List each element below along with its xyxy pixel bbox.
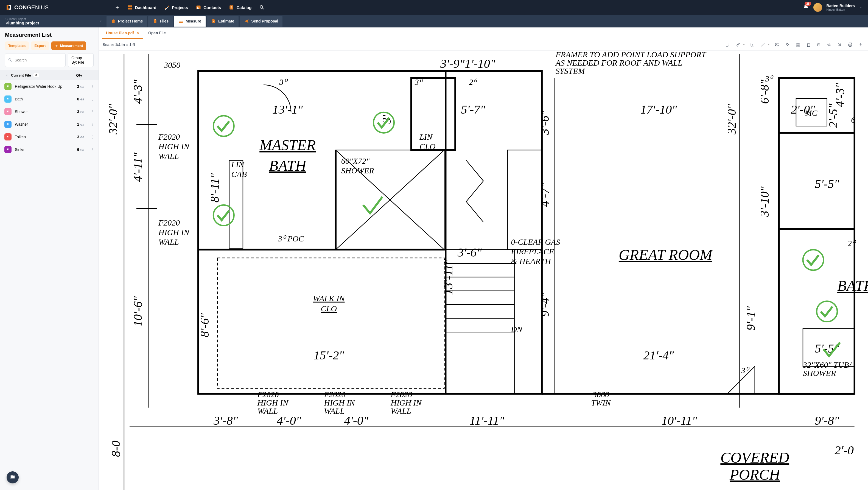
account-block[interactable]: Batten Builders Kinsey Batten — [827, 4, 855, 11]
svg-text:4'-3": 4'-3" — [833, 83, 847, 107]
svg-text:WALL: WALL — [158, 152, 179, 161]
download-icon[interactable] — [857, 41, 864, 48]
text-tool-icon[interactable]: T — [749, 41, 756, 48]
svg-text:WALL: WALL — [257, 406, 278, 415]
measurement-row[interactable]: Sinks6ea⋮ — [0, 143, 98, 156]
account-chevron-down-icon[interactable] — [859, 6, 863, 9]
nav-search[interactable] — [259, 5, 265, 10]
svg-text:BATH2: BATH2 — [837, 277, 868, 294]
row-menu-icon[interactable]: ⋮ — [89, 97, 95, 101]
svg-text:4'-3": 4'-3" — [131, 79, 145, 104]
zoom-out-icon[interactable] — [826, 41, 833, 48]
note-tool-icon[interactable] — [724, 41, 731, 48]
nav-projects[interactable]: Projects — [164, 5, 188, 10]
svg-point-11 — [9, 59, 11, 61]
svg-text:13'-1": 13'-1" — [272, 103, 303, 116]
nav-catalog[interactable]: $ Catalog — [229, 5, 251, 10]
svg-text:4'-0": 4'-0" — [277, 414, 302, 427]
svg-text:3050: 3050 — [164, 60, 180, 69]
tab-files-label: Files — [160, 19, 168, 23]
chevron-down-icon[interactable] — [742, 43, 746, 46]
tab-measure[interactable]: Measure — [174, 15, 206, 27]
notifications[interactable]: 28 — [803, 4, 809, 11]
copy-tool-icon[interactable] — [805, 41, 812, 48]
file-tab-open[interactable]: Open File ＋ — [145, 27, 176, 39]
measurement-row[interactable]: Shower3ea⋮ — [0, 105, 98, 118]
svg-text:4'-7": 4'-7" — [538, 182, 552, 207]
image-tool-icon[interactable] — [774, 41, 781, 48]
nav-contacts-label: Contacts — [204, 5, 221, 10]
svg-text:LIN: LIN — [419, 132, 433, 141]
highlight-tool-icon[interactable] — [735, 41, 742, 48]
svg-rect-20 — [807, 44, 810, 46]
svg-rect-1 — [130, 5, 132, 7]
search-input[interactable] — [14, 58, 63, 62]
brand-bold: CON — [14, 4, 27, 11]
tab-send-label: Send Proposal — [251, 19, 278, 23]
notification-count: 28 — [805, 2, 811, 6]
svg-text:PORCH: PORCH — [730, 466, 781, 483]
row-menu-icon[interactable]: ⋮ — [89, 109, 95, 114]
cursor-tool-icon[interactable] — [784, 41, 791, 48]
svg-text:3'-9": 3'-9" — [440, 57, 465, 70]
tab-estimate[interactable]: $ Estimate — [207, 15, 239, 27]
svg-text:CLO: CLO — [420, 142, 435, 151]
svg-text:HIGH IN: HIGH IN — [158, 228, 190, 237]
svg-text:COVERED: COVERED — [720, 449, 789, 466]
svg-rect-3 — [130, 8, 132, 10]
row-menu-icon[interactable]: ⋮ — [89, 122, 95, 127]
hand-tool-icon[interactable] — [815, 41, 823, 48]
tab-files[interactable]: Files — [148, 15, 173, 27]
svg-text:SHOWER: SHOWER — [341, 166, 374, 175]
tab-project-home[interactable]: Project Home — [106, 15, 147, 27]
chevron-down-icon[interactable] — [767, 43, 770, 46]
grid-tool-icon[interactable] — [795, 41, 802, 48]
measurement-row[interactable]: Washer1ea⋮ — [0, 118, 98, 131]
zoom-in-icon[interactable] — [836, 41, 843, 48]
nav-dashboard[interactable]: Dashboard — [127, 5, 156, 10]
flag-icon — [4, 146, 11, 153]
svg-text:HIGH IN: HIGH IN — [324, 398, 355, 407]
topnav: Dashboard Projects Contacts $ Catalog — [115, 5, 265, 10]
measurement-row[interactable]: Bath0ea⋮ — [0, 93, 98, 105]
groupby-selector[interactable]: Group By: File — [68, 53, 94, 67]
add-measurement-button[interactable]: Measurement — [51, 41, 87, 50]
file-tab-name: House Plan.pdf — [106, 31, 134, 35]
chat-icon — [10, 475, 16, 480]
scale-label[interactable]: Scale: 1/4 in = 1 ft — [103, 42, 135, 47]
measurement-qty: 2 — [77, 84, 79, 89]
nav-contacts[interactable]: Contacts — [196, 5, 221, 10]
send-icon — [244, 19, 249, 24]
measurement-row[interactable]: Toilets3ea⋮ — [0, 131, 98, 143]
file-tab-close-icon[interactable]: ✕ — [136, 31, 140, 35]
tab-send-proposal[interactable]: Send Proposal — [240, 15, 282, 27]
svg-text:3⁰: 3⁰ — [414, 77, 423, 87]
line-tool-icon[interactable] — [759, 41, 767, 48]
row-menu-icon[interactable]: ⋮ — [89, 135, 95, 139]
svg-text:HIGH IN: HIGH IN — [257, 398, 289, 407]
svg-text:0-CLEAR GAS: 0-CLEAR GAS — [511, 237, 560, 247]
catalog-icon: $ — [229, 5, 234, 10]
measurement-row[interactable]: Refrigerator Water Hook Up2ea⋮ — [0, 80, 98, 93]
search-box[interactable] — [5, 53, 66, 67]
export-button[interactable]: Export — [31, 41, 49, 50]
row-menu-icon[interactable]: ⋮ — [89, 84, 95, 89]
list-header[interactable]: Current File 6 Qty — [0, 70, 98, 80]
drawing-canvas[interactable]: 32'-0" 4'-3" 4'-11" 10'-6" 3050 F2020 HI… — [99, 51, 868, 490]
row-menu-icon[interactable]: ⋮ — [89, 147, 95, 152]
canvas-toolbar: Scale: 1/4 in = 1 ft T — [99, 39, 868, 51]
print-icon[interactable] — [846, 41, 854, 48]
nav-add[interactable] — [115, 5, 120, 10]
topbar: CONGENIUS Dashboard Projects Contacts $ … — [0, 0, 868, 15]
chat-fab[interactable] — [7, 471, 19, 483]
svg-text:17'-10": 17'-10" — [640, 103, 677, 116]
project-selector[interactable]: Current Project Plumbing project — [4, 16, 105, 26]
templates-button[interactable]: Templates — [5, 41, 29, 50]
svg-text:6: 6 — [851, 115, 855, 124]
tools-icon — [164, 5, 169, 10]
svg-text:10'-6": 10'-6" — [131, 296, 145, 327]
file-tab-active[interactable]: House Plan.pdf ✕ — [102, 27, 143, 39]
svg-text:CLO: CLO — [321, 304, 337, 313]
avatar[interactable] — [813, 3, 822, 12]
brand-logo[interactable]: CONGENIUS — [5, 4, 49, 11]
